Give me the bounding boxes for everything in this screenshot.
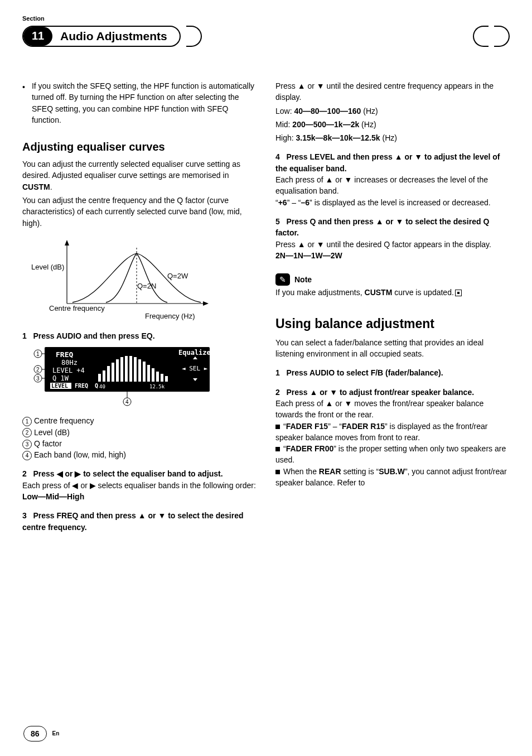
label-freq-hz: Frequency (Hz) [145, 311, 195, 322]
svg-text:12.5k: 12.5k [149, 384, 165, 389]
chapter-header: 11 Audio Adjustments [22, 26, 510, 47]
step5-body: Press ▲ or ▼ until the desired Q factor … [275, 239, 510, 250]
svg-rect-33 [165, 376, 168, 382]
step2-seq: Low—Mid—High [22, 492, 84, 501]
chapter-number: 11 [23, 27, 52, 46]
svg-text:◄ SEL ►: ◄ SEL ► [182, 365, 208, 372]
circle-2-icon: 2 [22, 428, 32, 437]
para-balance: You can select a fader/balance setting t… [275, 337, 510, 360]
bstep2-li2: “FADER FR00” is the proper setting when … [275, 443, 510, 466]
para-press-centre: Press ▲ or ▼ until the desired centre fr… [275, 80, 510, 103]
svg-text:Q: Q [95, 383, 98, 389]
svg-rect-21 [112, 363, 114, 382]
bstep2-li3: When the REAR setting is “SUB.W”, you ca… [275, 466, 510, 489]
step-5: 5 Press Q and then press ▲ or ▼ to selec… [275, 216, 510, 261]
bstep2-li1: “FADER F15” – “FADER R15” is displayed a… [275, 421, 510, 444]
pill-decor-left2 [473, 26, 489, 47]
legend-list: 1Centre frequency 2Level (dB) 3Q factor … [22, 415, 257, 460]
step-3: 3 Press FREQ and then press ▲ or ▼ to se… [22, 510, 257, 533]
svg-text:2: 2 [36, 367, 40, 373]
svg-text:LEVEL: LEVEL [51, 383, 68, 389]
bstep-2: 2 Press ▲ or ▼ to adjust front/rear spea… [275, 387, 510, 489]
svg-rect-28 [143, 362, 146, 382]
label-level-db: Level (dB) [31, 262, 64, 273]
bullet-sfeq: • If you switch the SFEQ setting, the HP… [22, 80, 257, 126]
step2-body: Each press of ◀ or ▶ selects equaliser b… [22, 480, 257, 491]
svg-marker-3 [203, 301, 209, 306]
row-low: Low: 40—80—100—160 (Hz) [275, 105, 510, 117]
step1-text: Press AUDIO and then press EQ. [33, 331, 154, 340]
svg-rect-29 [147, 365, 150, 382]
svg-rect-32 [161, 374, 163, 382]
bstep-1: 1 Press AUDIO to select F/B (fader/balan… [275, 367, 510, 378]
bstep2-body: Each press of ▲ or ▼ moves the front/rea… [275, 398, 510, 421]
svg-rect-22 [116, 359, 119, 382]
step3-head: Press FREQ and then press ▲ or ▼ to sele… [22, 511, 244, 531]
circle-3-icon: 3 [22, 440, 32, 449]
svg-text:3: 3 [36, 375, 40, 382]
svg-rect-25 [129, 356, 132, 382]
legend-2: Level (dB) [34, 428, 70, 437]
svg-text:80Hz: 80Hz [61, 359, 78, 367]
row-high: High: 3.15k—8k—10k—12.5k (Hz) [275, 132, 510, 143]
right-column: Press ▲ or ▼ until the desired centre fr… [275, 80, 510, 533]
step4-body1: Each press of ▲ or ▼ increases or decrea… [275, 174, 510, 197]
bstep1-text: Press AUDIO to select F/B (fader/balance… [286, 368, 443, 377]
bullet-dot-icon: • [22, 80, 25, 126]
label-centre-freq: Centre frequency [49, 304, 105, 314]
svg-text:Q    1W: Q 1W [52, 374, 69, 382]
legend-3: Q factor [34, 439, 62, 448]
svg-rect-19 [103, 370, 105, 382]
note-box: ✎ Note [275, 273, 510, 286]
step-4: 4 Press LEVEL and then press ▲ or ▼ to a… [275, 151, 510, 208]
step4-head: Press LEVEL and then press ▲ or ▼ to adj… [275, 152, 500, 172]
step4-body2: “+6” – “–6” is displayed as the level is… [275, 197, 510, 208]
svg-rect-20 [107, 366, 110, 382]
square-bullet-icon [275, 470, 280, 474]
end-mark-icon [455, 290, 462, 296]
svg-text:1: 1 [36, 351, 40, 357]
label-q2n: Q=2N [137, 281, 156, 292]
svg-rect-23 [120, 357, 123, 382]
square-bullet-icon [275, 447, 280, 451]
circle-1-icon: 1 [22, 417, 32, 426]
chapter-pill: 11 Audio Adjustments [22, 26, 181, 47]
row-mid: Mid: 200—500—1k—2k (Hz) [275, 119, 510, 130]
label-q2w: Q=2W [167, 271, 188, 282]
svg-text:FREQ: FREQ [56, 350, 73, 359]
bullet-text: If you switch the SFEQ setting, the HPF … [32, 80, 257, 126]
svg-rect-30 [152, 368, 154, 382]
svg-text:4: 4 [125, 399, 129, 405]
note-label: Note [294, 274, 312, 285]
bstep2-head: Press ▲ or ▼ to adjust front/rear speake… [286, 388, 474, 397]
para-adjusting-2: You can adjust the centre frequency and … [22, 195, 257, 229]
step5-seq: 2N—1N—1W—2W [275, 251, 342, 260]
step-2: 2 Press ◀ or ▶ to select the equaliser b… [22, 468, 257, 502]
svg-text:LEVEL +4: LEVEL +4 [52, 367, 85, 374]
section-label: Section [22, 15, 510, 23]
square-bullet-icon [275, 425, 280, 429]
svg-rect-26 [134, 357, 137, 382]
svg-rect-24 [125, 356, 128, 382]
legend-4: Each band (low, mid, high) [34, 450, 126, 459]
svg-text:Equalizer: Equalizer [178, 349, 215, 357]
pill-decor-right [186, 26, 202, 47]
circle-4-icon: 4 [22, 451, 32, 460]
step2-head: Press ◀ or ▶ to select the equaliser ban… [33, 469, 223, 478]
svg-text:40: 40 [99, 384, 105, 389]
step-1: 1 Press AUDIO and then press EQ. [22, 330, 257, 341]
footer: 86 En [23, 726, 59, 741]
lang-label: En [52, 730, 60, 738]
heading-balance: Using balance adjustment [275, 315, 510, 333]
svg-marker-1 [65, 240, 69, 245]
svg-text:FREQ: FREQ [75, 383, 88, 389]
page-number: 86 [23, 726, 47, 741]
svg-rect-27 [138, 359, 141, 382]
lcd-display: FREQ 80Hz LEVEL +4 Q 1W LEVEL FREQ Q Equ… [32, 346, 216, 407]
heading-adjusting-eq: Adjusting equaliser curves [22, 139, 257, 155]
svg-rect-31 [156, 372, 159, 382]
text-custm: CUSTM [22, 182, 50, 191]
legend-1: Centre frequency [34, 416, 94, 425]
pill-decor-right2 [494, 26, 510, 47]
svg-rect-18 [98, 374, 101, 382]
